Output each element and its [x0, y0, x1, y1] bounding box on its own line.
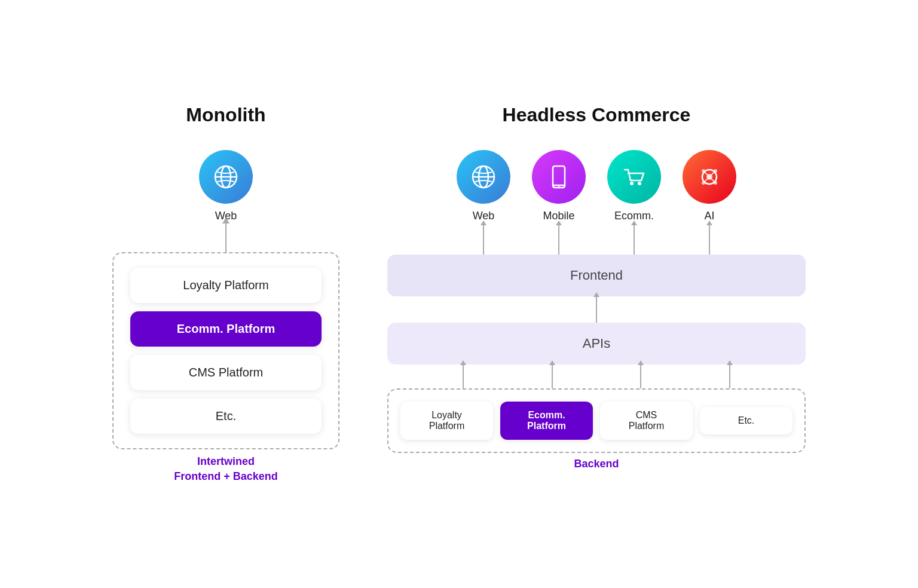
- channel-web: Web: [457, 150, 510, 222]
- channel-ai: AI: [683, 150, 736, 222]
- b-arrow-3: [640, 365, 641, 388]
- monolith-arrow-up: [225, 222, 227, 252]
- web-channel-icon: [199, 150, 253, 204]
- cms-platform-block: CMS Platform: [130, 355, 322, 390]
- apis-block: APIs: [387, 323, 806, 365]
- apis-to-frontend-arrow: [596, 296, 597, 323]
- mobile-icon: [532, 150, 586, 204]
- ecomm-icon: [607, 150, 661, 204]
- arrow-web: [483, 225, 484, 255]
- backend-dashed-box: LoyaltyPlatform Ecomm.Platform CMSPlatfo…: [387, 388, 806, 453]
- backend-arrows-row: [419, 365, 775, 388]
- backend-label: Backend: [574, 458, 619, 470]
- arrow-ai: [709, 225, 710, 255]
- svg-point-9: [630, 182, 634, 185]
- loyalty-platform-block: Loyalty Platform: [130, 268, 322, 303]
- b-arrow-1: [463, 365, 464, 388]
- etc-block: Etc.: [130, 399, 322, 434]
- backend-ecomm-block: Ecomm.Platform: [500, 402, 593, 440]
- frontend-block: Frontend: [387, 255, 806, 296]
- monolith-icon-area: Web: [199, 150, 253, 222]
- channel-ecomm: Ecomm.: [607, 150, 661, 222]
- headless-title: Headless Commerce: [503, 104, 691, 126]
- b-arrow-4: [729, 365, 730, 388]
- monolith-section: Monolith Web Loyalty Platform Ecomm. Pla…: [112, 104, 339, 484]
- svg-rect-6: [553, 166, 565, 188]
- arrow-mobile: [558, 225, 559, 255]
- monolith-box-label: IntertwinedFrontend + Backend: [174, 454, 278, 484]
- diagram-container: Monolith Web Loyalty Platform Ecomm. Pla…: [0, 80, 918, 508]
- frontend-arrows-row: [387, 225, 806, 255]
- backend-etc-block: Etc.: [700, 407, 792, 434]
- web-icon: [457, 150, 510, 204]
- svg-point-10: [638, 182, 641, 185]
- ecomm-platform-block: Ecomm. Platform: [130, 311, 322, 347]
- svg-point-8: [558, 186, 560, 188]
- backend-loyalty-block: LoyaltyPlatform: [400, 402, 493, 440]
- ai-icon: [683, 150, 736, 204]
- b-arrow-2: [552, 365, 553, 388]
- channels-row: Web Mobile: [457, 150, 736, 222]
- svg-line-18: [709, 171, 715, 177]
- svg-line-20: [703, 177, 709, 183]
- svg-line-19: [709, 177, 715, 183]
- channel-mobile: Mobile: [532, 150, 586, 222]
- svg-line-17: [703, 171, 709, 177]
- backend-cms-block: CMSPlatform: [600, 402, 693, 440]
- arrow-ecomm: [634, 225, 635, 255]
- monolith-title: Monolith: [186, 104, 265, 126]
- monolith-dashed-box: Loyalty Platform Ecomm. Platform CMS Pla…: [112, 252, 339, 449]
- headless-section: Headless Commerce Web: [387, 104, 806, 470]
